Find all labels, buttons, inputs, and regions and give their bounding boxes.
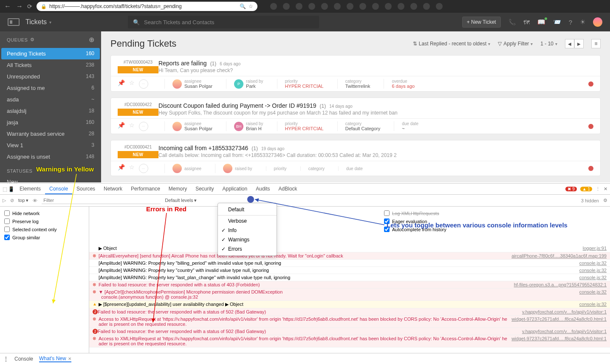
ext-icon[interactable] — [296, 3, 302, 10]
console-line[interactable]: ⊗Access to XMLHttpRequest at 'https://v.… — [89, 316, 610, 328]
ext-icon[interactable] — [334, 3, 341, 10]
device-icon[interactable]: 📱 — [8, 186, 14, 192]
console-line[interactable]: [Amplitude] WARNING: Property key "last_… — [89, 274, 610, 281]
queue-item[interactable]: Warranty based service28 — [0, 128, 101, 140]
pin-icon[interactable]: 📌 — [118, 122, 125, 131]
console-option[interactable]: Eager evaluation — [384, 217, 469, 225]
view-mode-icon[interactable]: ≡ — [591, 39, 601, 48]
devtools-tab[interactable]: Elements — [15, 184, 45, 194]
console-line[interactable]: [Amplitude] WARNING: Property key "count… — [89, 267, 610, 274]
ext-icon[interactable] — [372, 3, 379, 10]
more-icon[interactable]: ••• — [139, 122, 148, 131]
star-icon[interactable]: ☆ — [129, 79, 135, 89]
help-icon[interactable]: ? — [569, 19, 572, 26]
level-errors[interactable]: Errors — [218, 244, 277, 254]
levels-dropdown[interactable]: Default levels ▾ — [165, 198, 197, 203]
ticket-card[interactable]: #TWI00000423NEW Reports are failing(1)6 … — [110, 55, 601, 92]
console-option[interactable]: Preserve log — [4, 217, 85, 225]
ext-icon[interactable] — [270, 3, 277, 10]
clear-icon[interactable]: ⊘ — [10, 198, 14, 203]
warn-count-badge[interactable]: ▲ 1 — [580, 187, 592, 191]
phone-icon[interactable]: 📞 — [508, 19, 516, 25]
queue-item[interactable]: View 13 — [0, 140, 101, 151]
console-line[interactable]: ⊗Access to XMLHttpRequest at 'https://v.… — [89, 335, 610, 347]
queue-item[interactable]: aslajdslj18 — [0, 105, 101, 117]
console-line[interactable]: ▶ Objectlogger.js:91 — [89, 245, 610, 252]
close-icon[interactable]: ✕ — [604, 186, 607, 192]
ext-icon[interactable] — [359, 3, 366, 10]
back-icon[interactable]: ← — [4, 3, 11, 10]
console-option[interactable]: Selected context only — [4, 225, 85, 233]
devtools-tab[interactable]: Console — [45, 184, 72, 194]
console-line[interactable]: ⊗Failed to load resource: the server res… — [89, 281, 610, 288]
url-bar[interactable]: 🔒 https://———.happyfox.com/staff/tickets… — [37, 2, 257, 11]
filter-input[interactable] — [42, 197, 161, 204]
app-logo-icon[interactable] — [8, 18, 20, 26]
settings-icon[interactable]: ☀ — [580, 18, 585, 26]
play-icon[interactable]: ▷ — [3, 198, 6, 203]
queue-item[interactable]: All Tickets238 — [0, 59, 101, 71]
more-icon[interactable]: ⋮ — [596, 186, 600, 192]
console-settings-icon[interactable]: ⚙ — [603, 198, 607, 203]
error-count-badge[interactable]: ✖ 9 — [565, 187, 576, 191]
ext-icon[interactable] — [423, 3, 430, 10]
add-queue-icon[interactable]: ⊕ — [89, 36, 95, 44]
search-icon[interactable]: 🔍 — [240, 3, 246, 9]
ext-icon[interactable] — [398, 3, 404, 10]
app-title[interactable]: Tickets — [25, 18, 47, 26]
eye-icon[interactable]: 👁 — [33, 198, 37, 203]
queue-item[interactable]: Assigned to me6 — [0, 82, 101, 94]
level-default[interactable]: Default — [218, 205, 277, 214]
ext-icon[interactable] — [385, 3, 392, 10]
pin-icon[interactable]: 📌 — [118, 79, 125, 89]
gear-icon[interactable]: ⚙ — [30, 37, 35, 42]
ext-icon[interactable] — [347, 3, 353, 10]
prev-page-button[interactable]: ◀ — [565, 39, 574, 48]
forward-icon[interactable]: → — [16, 3, 23, 10]
ext-icon[interactable] — [321, 3, 328, 10]
level-verbose[interactable]: Verbose — [218, 216, 277, 226]
console-option[interactable]: Autocomplete from history — [384, 225, 469, 233]
star-icon[interactable]: ☆ — [129, 122, 135, 131]
devtools-tab[interactable]: Performance — [127, 184, 164, 194]
next-page-button[interactable]: ▶ — [574, 39, 584, 48]
sort-control[interactable]: ⇅ Last Replied - recent to oldest ▾ — [413, 41, 490, 47]
star-icon[interactable]: ☆ — [249, 3, 253, 9]
user-avatar[interactable] — [593, 17, 602, 27]
inbox-icon[interactable]: 📨 — [553, 18, 561, 26]
chevron-down-icon[interactable]: ▾ — [49, 20, 51, 25]
queue-item[interactable]: jasja160 — [0, 117, 101, 128]
filter-control[interactable]: ▽ Apply Filter ▾ — [498, 41, 533, 47]
ticket-card[interactable]: #DC00000422NEW Discount Coupon failed du… — [110, 98, 601, 134]
queue-item[interactable]: Unresponded143 — [0, 71, 101, 82]
inspect-icon[interactable]: ⬚ — [3, 186, 7, 192]
new-ticket-button[interactable]: + New Ticket — [462, 17, 501, 28]
drawer-tab-console[interactable]: Console — [14, 356, 33, 362]
drawer-menu-icon[interactable]: ⋮ — [3, 356, 8, 362]
queue-item[interactable]: asda~ — [0, 94, 101, 105]
context-select[interactable]: top ▾ — [18, 198, 28, 203]
more-icon[interactable]: ••• — [139, 164, 148, 173]
pin-icon[interactable]: 📌 — [118, 164, 125, 173]
queue-item[interactable]: Pending Tickets160 — [1, 48, 100, 59]
search-input[interactable]: 🔍 Search Tickets and Contacts — [128, 16, 319, 28]
queue-item[interactable]: Assignee is unset148 — [0, 151, 101, 162]
devtools-tab[interactable]: Network — [99, 184, 127, 194]
map-icon[interactable]: 🗺 — [523, 19, 530, 26]
console-line[interactable]: ⊗[AircallEverywhere] [send function] Air… — [89, 252, 610, 260]
console-line[interactable]: 2Failed to load resource: the server res… — [89, 328, 610, 335]
level-info[interactable]: Info — [218, 226, 277, 235]
console-option[interactable]: Log XMLHttpRequests — [384, 209, 469, 217]
ticket-card[interactable]: #DC00000421NEW Incoming call from +18553… — [110, 140, 601, 176]
ext-icon[interactable] — [436, 3, 443, 10]
console-line[interactable]: ▲▶ [$presence][updated_availability] use… — [89, 301, 610, 308]
book-icon[interactable]: 📖 — [537, 18, 545, 26]
drawer-tab-whatsnew[interactable]: What's New✕ — [39, 356, 71, 362]
range-control[interactable]: 1 - 10 ▾ — [540, 41, 557, 47]
console-line[interactable]: 2Failed to load resource: the server res… — [89, 308, 610, 316]
ext-icon[interactable] — [308, 3, 315, 10]
console-line[interactable]: [Amplitude] WARNING: Property key "billi… — [89, 260, 610, 267]
console-line[interactable]: ⊗▼ [AppCtrl][checkMicrophonePermission] … — [89, 288, 610, 301]
level-warnings[interactable]: Warnings — [218, 235, 277, 244]
devtools-tab[interactable]: Security — [191, 184, 218, 194]
